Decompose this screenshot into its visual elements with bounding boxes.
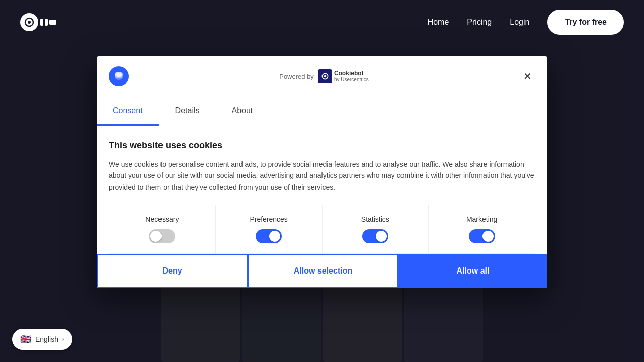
necessary-slider [149, 229, 175, 243]
marketing-label: Marketing [466, 215, 497, 223]
necessary-label: Necessary [145, 215, 179, 223]
modal-body: This website uses cookies We use cookies… [97, 126, 547, 254]
necessary-toggle[interactable] [149, 229, 175, 243]
tab-consent[interactable]: Consent [97, 97, 159, 126]
preferences-label: Preferences [250, 215, 287, 223]
cookiebot-name: Cookiebot [334, 70, 369, 77]
category-preferences: Preferences [216, 205, 323, 254]
cookie-title: This website uses cookies [109, 140, 535, 151]
cookie-description: We use cookies to personalise content an… [109, 159, 535, 193]
category-marketing: Marketing [429, 205, 535, 254]
allow-selection-button[interactable]: Allow selection [248, 254, 398, 288]
powered-by-text: Powered by [279, 73, 314, 80]
marketing-toggle[interactable] [469, 229, 495, 243]
close-button[interactable]: ✕ [519, 68, 535, 84]
modal-header: Powered by Cookiebot by Usercentrics [97, 56, 547, 97]
cookiebot-svg [320, 71, 330, 81]
statistics-slider [362, 229, 388, 243]
powered-by: Powered by Cookiebot by Usercentrics [279, 69, 369, 83]
cookiebot-icon [318, 69, 332, 83]
allow-all-button[interactable]: Allow all [398, 254, 547, 288]
category-statistics: Statistics [323, 205, 429, 254]
cookiebot-sub: by Usercentrics [334, 77, 369, 83]
cookiebot-text: Cookiebot by Usercentrics [334, 70, 369, 83]
svg-point-4 [115, 72, 123, 77]
marketing-slider [469, 229, 495, 243]
tab-details[interactable]: Details [159, 97, 216, 126]
svg-point-7 [324, 75, 326, 77]
modal-backdrop: Powered by Cookiebot by Usercentrics [0, 0, 644, 362]
modal-logo-icon [113, 70, 125, 82]
statistics-toggle[interactable] [362, 229, 388, 243]
statistics-label: Statistics [361, 215, 389, 223]
preferences-slider [256, 229, 282, 243]
category-necessary: Necessary [109, 205, 216, 254]
tab-about[interactable]: About [216, 97, 269, 126]
modal-actions: Deny Allow selection Allow all [97, 254, 547, 288]
tabs: Consent Details About [97, 97, 547, 126]
cookiebot-logo: Cookiebot by Usercentrics [318, 69, 369, 83]
preferences-toggle[interactable] [256, 229, 282, 243]
categories: Necessary Preferences Statistics [109, 205, 535, 254]
modal-logo [109, 66, 129, 86]
cookie-modal: Powered by Cookiebot by Usercentrics [97, 56, 547, 288]
deny-button[interactable]: Deny [97, 254, 248, 288]
